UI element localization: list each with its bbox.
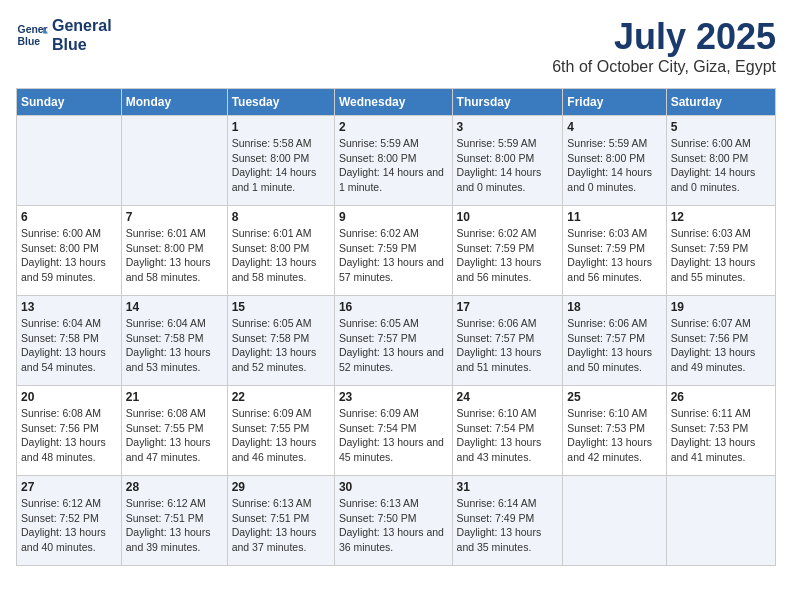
- day-info: Sunrise: 6:03 AM Sunset: 7:59 PM Dayligh…: [671, 226, 771, 285]
- day-number: 15: [232, 300, 330, 314]
- calendar-cell: 9Sunrise: 6:02 AM Sunset: 7:59 PM Daylig…: [334, 206, 452, 296]
- calendar-cell: 23Sunrise: 6:09 AM Sunset: 7:54 PM Dayli…: [334, 386, 452, 476]
- day-number: 26: [671, 390, 771, 404]
- calendar-cell: 20Sunrise: 6:08 AM Sunset: 7:56 PM Dayli…: [17, 386, 122, 476]
- calendar-cell: 16Sunrise: 6:05 AM Sunset: 7:57 PM Dayli…: [334, 296, 452, 386]
- calendar-week-row: 13Sunrise: 6:04 AM Sunset: 7:58 PM Dayli…: [17, 296, 776, 386]
- day-info: Sunrise: 6:10 AM Sunset: 7:54 PM Dayligh…: [457, 406, 559, 465]
- day-info: Sunrise: 6:14 AM Sunset: 7:49 PM Dayligh…: [457, 496, 559, 555]
- day-number: 16: [339, 300, 448, 314]
- calendar-cell: 14Sunrise: 6:04 AM Sunset: 7:58 PM Dayli…: [121, 296, 227, 386]
- day-info: Sunrise: 6:01 AM Sunset: 8:00 PM Dayligh…: [126, 226, 223, 285]
- calendar-cell: 7Sunrise: 6:01 AM Sunset: 8:00 PM Daylig…: [121, 206, 227, 296]
- calendar-week-row: 6Sunrise: 6:00 AM Sunset: 8:00 PM Daylig…: [17, 206, 776, 296]
- day-number: 11: [567, 210, 661, 224]
- day-number: 12: [671, 210, 771, 224]
- calendar-cell: 8Sunrise: 6:01 AM Sunset: 8:00 PM Daylig…: [227, 206, 334, 296]
- day-info: Sunrise: 6:05 AM Sunset: 7:57 PM Dayligh…: [339, 316, 448, 375]
- header-day-tuesday: Tuesday: [227, 89, 334, 116]
- calendar-cell: 26Sunrise: 6:11 AM Sunset: 7:53 PM Dayli…: [666, 386, 775, 476]
- day-number: 25: [567, 390, 661, 404]
- header-day-friday: Friday: [563, 89, 666, 116]
- day-number: 29: [232, 480, 330, 494]
- calendar-cell: 30Sunrise: 6:13 AM Sunset: 7:50 PM Dayli…: [334, 476, 452, 566]
- calendar-cell: 1Sunrise: 5:58 AM Sunset: 8:00 PM Daylig…: [227, 116, 334, 206]
- day-number: 6: [21, 210, 117, 224]
- svg-text:Blue: Blue: [18, 36, 41, 47]
- day-info: Sunrise: 6:04 AM Sunset: 7:58 PM Dayligh…: [21, 316, 117, 375]
- calendar-cell: 15Sunrise: 6:05 AM Sunset: 7:58 PM Dayli…: [227, 296, 334, 386]
- day-info: Sunrise: 6:00 AM Sunset: 8:00 PM Dayligh…: [671, 136, 771, 195]
- calendar-cell: 31Sunrise: 6:14 AM Sunset: 7:49 PM Dayli…: [452, 476, 563, 566]
- header-day-saturday: Saturday: [666, 89, 775, 116]
- day-number: 17: [457, 300, 559, 314]
- day-number: 21: [126, 390, 223, 404]
- day-info: Sunrise: 6:10 AM Sunset: 7:53 PM Dayligh…: [567, 406, 661, 465]
- calendar-cell: 24Sunrise: 6:10 AM Sunset: 7:54 PM Dayli…: [452, 386, 563, 476]
- day-info: Sunrise: 6:09 AM Sunset: 7:55 PM Dayligh…: [232, 406, 330, 465]
- day-number: 7: [126, 210, 223, 224]
- logo-text: GeneralBlue: [52, 16, 112, 54]
- day-info: Sunrise: 6:13 AM Sunset: 7:50 PM Dayligh…: [339, 496, 448, 555]
- calendar-cell: 3Sunrise: 5:59 AM Sunset: 8:00 PM Daylig…: [452, 116, 563, 206]
- day-info: Sunrise: 6:00 AM Sunset: 8:00 PM Dayligh…: [21, 226, 117, 285]
- day-number: 5: [671, 120, 771, 134]
- day-info: Sunrise: 5:58 AM Sunset: 8:00 PM Dayligh…: [232, 136, 330, 195]
- day-number: 31: [457, 480, 559, 494]
- day-info: Sunrise: 5:59 AM Sunset: 8:00 PM Dayligh…: [457, 136, 559, 195]
- day-info: Sunrise: 5:59 AM Sunset: 8:00 PM Dayligh…: [567, 136, 661, 195]
- day-number: 3: [457, 120, 559, 134]
- calendar-cell: 6Sunrise: 6:00 AM Sunset: 8:00 PM Daylig…: [17, 206, 122, 296]
- calendar-cell: 28Sunrise: 6:12 AM Sunset: 7:51 PM Dayli…: [121, 476, 227, 566]
- day-number: 19: [671, 300, 771, 314]
- day-info: Sunrise: 6:06 AM Sunset: 7:57 PM Dayligh…: [567, 316, 661, 375]
- calendar-cell: [563, 476, 666, 566]
- day-info: Sunrise: 6:06 AM Sunset: 7:57 PM Dayligh…: [457, 316, 559, 375]
- calendar-cell: 5Sunrise: 6:00 AM Sunset: 8:00 PM Daylig…: [666, 116, 775, 206]
- day-number: 24: [457, 390, 559, 404]
- header-day-sunday: Sunday: [17, 89, 122, 116]
- day-number: 30: [339, 480, 448, 494]
- day-number: 23: [339, 390, 448, 404]
- day-number: 10: [457, 210, 559, 224]
- day-number: 1: [232, 120, 330, 134]
- day-info: Sunrise: 6:02 AM Sunset: 7:59 PM Dayligh…: [339, 226, 448, 285]
- calendar-cell: 2Sunrise: 5:59 AM Sunset: 8:00 PM Daylig…: [334, 116, 452, 206]
- calendar-cell: 18Sunrise: 6:06 AM Sunset: 7:57 PM Dayli…: [563, 296, 666, 386]
- calendar-cell: 12Sunrise: 6:03 AM Sunset: 7:59 PM Dayli…: [666, 206, 775, 296]
- day-number: 2: [339, 120, 448, 134]
- header-day-thursday: Thursday: [452, 89, 563, 116]
- day-info: Sunrise: 6:02 AM Sunset: 7:59 PM Dayligh…: [457, 226, 559, 285]
- logo: General Blue GeneralBlue: [16, 16, 112, 54]
- calendar-cell: 13Sunrise: 6:04 AM Sunset: 7:58 PM Dayli…: [17, 296, 122, 386]
- day-number: 14: [126, 300, 223, 314]
- calendar-cell: 27Sunrise: 6:12 AM Sunset: 7:52 PM Dayli…: [17, 476, 122, 566]
- day-info: Sunrise: 6:12 AM Sunset: 7:51 PM Dayligh…: [126, 496, 223, 555]
- calendar-cell: 11Sunrise: 6:03 AM Sunset: 7:59 PM Dayli…: [563, 206, 666, 296]
- header-day-wednesday: Wednesday: [334, 89, 452, 116]
- day-number: 8: [232, 210, 330, 224]
- day-info: Sunrise: 5:59 AM Sunset: 8:00 PM Dayligh…: [339, 136, 448, 195]
- calendar-cell: 19Sunrise: 6:07 AM Sunset: 7:56 PM Dayli…: [666, 296, 775, 386]
- calendar-header-row: SundayMondayTuesdayWednesdayThursdayFrid…: [17, 89, 776, 116]
- logo-icon: General Blue: [16, 19, 48, 51]
- calendar-cell: 21Sunrise: 6:08 AM Sunset: 7:55 PM Dayli…: [121, 386, 227, 476]
- day-number: 18: [567, 300, 661, 314]
- day-number: 22: [232, 390, 330, 404]
- day-info: Sunrise: 6:04 AM Sunset: 7:58 PM Dayligh…: [126, 316, 223, 375]
- calendar-week-row: 27Sunrise: 6:12 AM Sunset: 7:52 PM Dayli…: [17, 476, 776, 566]
- day-number: 27: [21, 480, 117, 494]
- day-info: Sunrise: 6:11 AM Sunset: 7:53 PM Dayligh…: [671, 406, 771, 465]
- calendar-table: SundayMondayTuesdayWednesdayThursdayFrid…: [16, 88, 776, 566]
- calendar-cell: 29Sunrise: 6:13 AM Sunset: 7:51 PM Dayli…: [227, 476, 334, 566]
- day-number: 28: [126, 480, 223, 494]
- day-number: 9: [339, 210, 448, 224]
- day-number: 13: [21, 300, 117, 314]
- day-info: Sunrise: 6:12 AM Sunset: 7:52 PM Dayligh…: [21, 496, 117, 555]
- calendar-cell: [666, 476, 775, 566]
- calendar-cell: 10Sunrise: 6:02 AM Sunset: 7:59 PM Dayli…: [452, 206, 563, 296]
- header-day-monday: Monday: [121, 89, 227, 116]
- calendar-cell: 25Sunrise: 6:10 AM Sunset: 7:53 PM Dayli…: [563, 386, 666, 476]
- calendar-title: July 2025: [552, 16, 776, 58]
- calendar-subtitle: 6th of October City, Giza, Egypt: [552, 58, 776, 76]
